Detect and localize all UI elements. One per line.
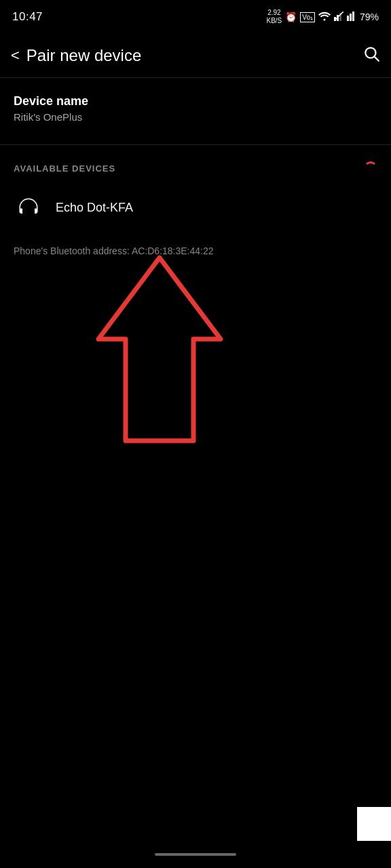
available-header: AVAILABLE DEVICES (14, 161, 377, 175)
top-bar: < Pair new device (0, 34, 391, 78)
nav-indicator (155, 853, 236, 856)
search-button[interactable] (362, 45, 380, 66)
back-button[interactable]: < (11, 47, 20, 64)
svg-marker-10 (98, 258, 221, 441)
bottom-bar (0, 841, 391, 868)
content-area: Device name Ritik's OnePlus AVAILABLE DE… (0, 78, 391, 256)
available-devices-label: AVAILABLE DEVICES (14, 163, 115, 174)
signal-icon (334, 12, 343, 23)
status-icons: 2.92KB/S ⏰ Vo₁ (266, 9, 379, 25)
vol-icon: Vo₁ (300, 12, 315, 22)
white-square (357, 807, 391, 841)
red-arrow-annotation (54, 251, 244, 536)
top-bar-left: < Pair new device (11, 46, 141, 65)
wifi-icon (318, 12, 331, 23)
alarm-icon: ⏰ (285, 12, 297, 22)
network-speed: 2.92KB/S (266, 9, 282, 25)
svg-line-9 (375, 57, 379, 61)
svg-rect-6 (350, 14, 352, 21)
loading-spinner (364, 161, 377, 175)
divider (0, 144, 391, 145)
headphones-icon (14, 193, 43, 222)
device-name-value: Ritik's OnePlus (14, 111, 377, 123)
device-item-echo-dot[interactable]: Echo Dot-KFA (14, 186, 377, 229)
status-time: 10:47 (12, 10, 43, 24)
battery-text: 79% (360, 12, 379, 22)
device-name-echo-dot: Echo Dot-KFA (56, 201, 133, 215)
device-name-section: Device name Ritik's OnePlus (14, 94, 377, 123)
svg-rect-5 (347, 16, 349, 21)
available-devices-section: AVAILABLE DEVICES Echo Dot-KFA Phone's B… (14, 161, 377, 256)
page-title: Pair new device (26, 46, 141, 65)
bluetooth-address: Phone's Bluetooth address: AC:D6:18:3E:4… (14, 245, 377, 256)
status-bar: 10:47 2.92KB/S ⏰ Vo₁ (0, 0, 391, 34)
lte-signal-icon (347, 12, 356, 23)
svg-point-0 (323, 18, 325, 20)
device-name-label: Device name (14, 94, 377, 108)
svg-rect-7 (352, 12, 354, 21)
